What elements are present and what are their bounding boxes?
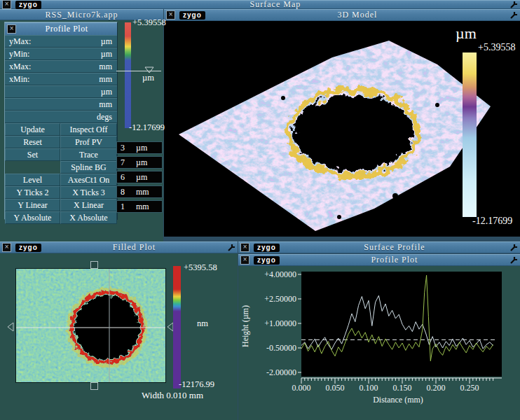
zygo-logo: zygo	[15, 1, 41, 9]
inspect-off-button[interactable]: Inspect Off	[60, 123, 117, 136]
wrench-icon[interactable]	[509, 243, 519, 252]
xmax-label: xMax:	[5, 62, 99, 72]
um-field[interactable]: µm	[5, 85, 117, 98]
degs-field[interactable]: degs	[5, 111, 117, 123]
prof-pv-button[interactable]: Prof PV	[60, 136, 117, 148]
panel-menu-icon[interactable]: ×	[2, 243, 11, 252]
zygo-logo: zygo	[179, 11, 205, 20]
model-3d-panel: × zygo 3D Model	[164, 9, 520, 237]
update-button[interactable]: Update	[5, 123, 60, 136]
profile-chart: 0.0000.0500.1000.1500.2000.250Distance (…	[238, 266, 520, 420]
colorbar-unit-label: µm	[142, 73, 154, 83]
height-colorbar	[125, 22, 131, 128]
x-linear-button[interactable]: X Linear	[60, 199, 117, 211]
xmax-field[interactable]: xMax:mm	[5, 60, 117, 73]
profile-plot-window-title: Profile Plot	[280, 255, 509, 265]
reset-button[interactable]: Reset	[5, 136, 60, 148]
model-3d-title: 3D Model	[205, 10, 509, 20]
app-window-rss-micro7k: RSS_Micro7k.app × Profile Plot yMax:µm y…	[0, 9, 163, 241]
value-field-5[interactable]: 1mm	[116, 200, 163, 213]
filled-plot-map[interactable]	[15, 268, 166, 383]
degs-unit: degs	[97, 112, 117, 122]
set-button[interactable]: Set	[5, 148, 60, 161]
level-button[interactable]: Level	[5, 174, 60, 186]
y-tick-label: -0.50000	[266, 343, 296, 353]
trace-button[interactable]: Trace	[60, 148, 117, 161]
filled-scale-min-label: -12176.99	[179, 379, 214, 390]
y-absolute-button[interactable]: Y Absolute	[5, 211, 60, 224]
value-field-3[interactable]: 6µm	[116, 171, 163, 183]
scale-max-label: +5.39558	[478, 42, 515, 53]
ymin-label: yMin:	[5, 49, 101, 59]
window-menu-icon[interactable]: ×	[2, 0, 11, 9]
y-tick-label: +1.00000	[264, 318, 296, 328]
filled-plot-title: Filled Plot	[41, 242, 227, 253]
x-tick-label: 0.100	[360, 383, 378, 393]
x-tick-label: 0.150	[393, 383, 412, 393]
panel-menu-icon[interactable]: ×	[240, 255, 249, 265]
zygo-logo: zygo	[254, 256, 280, 265]
ymin-field[interactable]: yMin:µm	[5, 48, 117, 60]
um-unit: µm	[101, 87, 117, 97]
filled-scale-max-label: +5395.58	[184, 262, 217, 273]
profile-plot-titlebar[interactable]: × zygo Profile Plot	[238, 254, 520, 266]
x-absolute-button[interactable]: X Absolute	[60, 211, 117, 224]
value-field-2[interactable]: 7µm	[116, 156, 163, 169]
profile-plot-controls-title: Profile Plot	[16, 24, 117, 34]
wrench-icon[interactable]	[509, 255, 519, 265]
height-colorbar-3d	[463, 52, 477, 217]
scale-min-label: -12.17699	[472, 216, 512, 227]
y-tick-label: +2.50000	[264, 294, 296, 304]
panel-menu-icon[interactable]: ×	[240, 243, 249, 252]
profile-plot-controls-header[interactable]: × Profile Plot	[5, 22, 117, 35]
x-tick-label: 0.000	[292, 383, 311, 393]
wrench-icon[interactable]	[509, 0, 519, 9]
profile-plot-controls: × Profile Plot yMax:µm yMin:µm xMax:mm x…	[4, 22, 118, 220]
ymax-field[interactable]: yMax:µm	[5, 35, 117, 48]
filled-plot-titlebar[interactable]: × zygo Filled Plot	[0, 241, 238, 253]
xmin-label: xMin:	[5, 74, 99, 85]
chart-plot-area	[301, 272, 502, 377]
zygo-logo: zygo	[254, 244, 280, 252]
y-linear-button[interactable]: Y Linear	[5, 199, 60, 211]
spline-bg-button[interactable]: Spline BG	[60, 161, 117, 174]
application-window: × zygo Surface Map RSS_Micro7k.app × Pro…	[0, 0, 520, 420]
main-title: Surface Map	[41, 0, 509, 10]
colorbar-marker-line[interactable]	[116, 71, 161, 71]
panel-menu-icon[interactable]: ×	[7, 24, 16, 34]
filled-scale-unit-label: nm	[197, 318, 208, 329]
main-titlebar: × zygo Surface Map	[0, 0, 520, 9]
x-ticks-button[interactable]: X Ticks 3	[60, 186, 117, 199]
ymin-unit: µm	[101, 49, 117, 59]
ymax-label: yMax:	[5, 36, 101, 47]
spacer-cell	[5, 161, 60, 174]
x-axis-title: Distance (mm)	[373, 395, 423, 405]
width-readout: Width 0.010 mm	[105, 390, 203, 401]
wrench-icon[interactable]	[227, 243, 236, 252]
colorbar-min-label: -12.17699	[129, 122, 165, 133]
crosshair-top-handle[interactable]	[90, 261, 98, 269]
mm-field[interactable]: mm	[5, 98, 117, 111]
panel-menu-icon[interactable]: ×	[166, 10, 175, 20]
xmax-unit: mm	[99, 62, 117, 72]
surface-profile-title: Surface Profile	[280, 242, 509, 253]
y-tick-label: -2.00000	[266, 368, 296, 377]
x-tick-label: 0.250	[460, 383, 479, 393]
y-axis-title: Height (µm)	[240, 305, 250, 347]
value-field-4[interactable]: 8mm	[116, 186, 163, 198]
crosshair-left-handle[interactable]	[7, 322, 14, 332]
crosshair-bottom-handle[interactable]	[90, 382, 98, 390]
filled-plot-colorbar	[173, 266, 181, 388]
colorbar-max-label: +5.39558	[132, 18, 166, 28]
model-3d-titlebar[interactable]: × zygo 3D Model	[164, 9, 520, 21]
surface-profile-titlebar[interactable]: × zygo Surface Profile	[238, 241, 520, 253]
y-ticks-button[interactable]: Y Ticks 2	[5, 186, 60, 199]
x-tick-label: 0.050	[326, 383, 345, 393]
xmin-field[interactable]: xMin:mm	[5, 73, 117, 85]
axesctl-on-button[interactable]: AxesCt1 On	[60, 174, 117, 186]
xmin-unit: mm	[99, 74, 117, 85]
value-field-1[interactable]: 3µm	[116, 141, 163, 154]
ymax-unit: µm	[101, 36, 117, 47]
wrench-icon[interactable]	[509, 10, 519, 20]
zygo-logo: zygo	[15, 244, 41, 252]
